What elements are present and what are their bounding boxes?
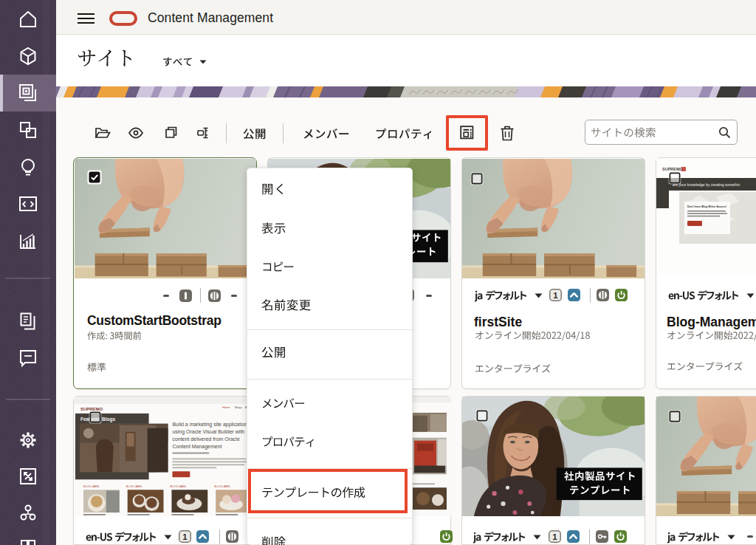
svg-text:BLOG LABEL: BLOG LABEL bbox=[126, 485, 142, 488]
svg-text:BLOG LABEL: BLOG LABEL bbox=[170, 485, 186, 488]
svg-text:Home: Home bbox=[222, 405, 230, 409]
svg-text:1: 1 bbox=[553, 291, 558, 300]
svg-text:Blogs: Blogs bbox=[235, 405, 242, 409]
svg-text:Build a marketing site applica: Build a marketing site application bbox=[172, 422, 247, 428]
svg-text:using Oracle Visual Builder wi: using Oracle Visual Builder with bbox=[172, 429, 244, 435]
svg-text:Don't have Blog Writer Access!: Don't have Blog Writer Access! bbox=[687, 205, 726, 208]
svg-text:1: 1 bbox=[182, 532, 188, 541]
svg-text:are your knowledge by creating: are your knowledge by creating somethin bbox=[673, 182, 740, 187]
svg-text:content delivered from Oracle: content delivered from Oracle bbox=[172, 436, 239, 442]
svg-text:1: 1 bbox=[552, 532, 557, 541]
svg-text:BLOG LABEL: BLOG LABEL bbox=[83, 485, 100, 488]
svg-text:Content Management: Content Management bbox=[172, 444, 221, 450]
svg-text:SUPREMO: SUPREMO bbox=[662, 167, 684, 171]
svg-text:BLOG LABEL: BLOG LABEL bbox=[214, 485, 230, 488]
